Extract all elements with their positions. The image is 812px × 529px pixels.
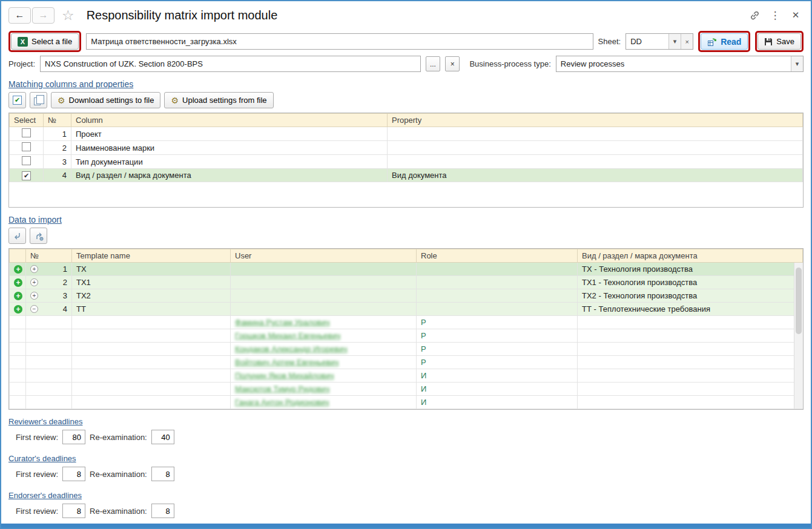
matching-section-title[interactable]: Matching columns and properties [8, 79, 133, 89]
user-row[interactable]: Войтович Артем ЕвгеньевичР [10, 356, 803, 369]
download-settings-button[interactable]: ⚙ Download settings to file [51, 92, 160, 108]
row-checkbox[interactable] [22, 128, 31, 137]
collapse-arrow-icon [13, 231, 22, 241]
titlebar: ← → ☆ Responsibility matrix import modul… [1, 1, 811, 29]
role-cell: И [417, 383, 578, 396]
curator-re-examination-input[interactable] [151, 467, 174, 481]
check-all-button[interactable]: ✔ [8, 92, 26, 108]
forward-button[interactable]: → [32, 7, 54, 24]
endorser-re-examination-input[interactable] [151, 504, 174, 518]
row-checkbox[interactable]: ✔ [22, 171, 31, 180]
user-row[interactable]: Максютов Тимур РидовичИ [10, 383, 803, 396]
copy-button[interactable] [30, 92, 47, 108]
upload-settings-button[interactable]: ⚙ Upload settings from file [164, 92, 273, 108]
bp-type-dropdown-icon[interactable]: ▾ [791, 56, 803, 71]
user-cell: Максютов Тимур Ридович [231, 383, 417, 396]
project-input[interactable] [40, 56, 421, 72]
header-user[interactable]: User [231, 249, 417, 263]
row-number-cell [26, 383, 72, 396]
doc-kind-cell [578, 396, 803, 409]
user-row[interactable]: Полунин Яков МихайловичИ [10, 369, 803, 383]
user-link[interactable]: Полунин Яков Михайлович [235, 371, 334, 380]
select-cell [10, 141, 44, 155]
header-property[interactable]: Property [388, 114, 803, 127]
scrollbar-thumb[interactable] [796, 268, 802, 334]
save-icon [764, 38, 773, 46]
more-menu-icon[interactable]: ⋮ [767, 7, 783, 23]
back-button[interactable]: ← [8, 7, 31, 24]
row-number: 1 [63, 264, 67, 274]
expand-icon[interactable]: + [30, 292, 38, 300]
template-group-row[interactable]: ++1ТХТХ - Технология производства [10, 263, 803, 276]
project-ellipsis-button[interactable]: ... [426, 56, 440, 71]
link-icon[interactable] [747, 7, 762, 23]
save-button[interactable]: Save [758, 33, 801, 50]
excel-icon: X [18, 37, 28, 47]
collapse-icon[interactable]: − [30, 305, 38, 313]
favorite-star-icon[interactable]: ☆ [62, 7, 74, 24]
row-status-cell: + [10, 303, 26, 316]
matching-row[interactable]: 3Тип документации [10, 155, 803, 169]
bp-type-combo[interactable]: Review processes ▾ [556, 56, 804, 72]
expand-icon[interactable]: + [30, 265, 38, 273]
import-table: № Template name User Role Вид / раздел /… [8, 248, 804, 410]
back-arrow-icon: ← [15, 10, 25, 21]
vertical-scrollbar[interactable] [794, 263, 803, 409]
curator-first-review-input[interactable] [62, 467, 85, 481]
app-window: ← → ☆ Responsibility matrix import modul… [0, 0, 812, 529]
header-number[interactable]: № [26, 249, 72, 263]
user-link[interactable]: Фамина Рустам Уралович [235, 318, 329, 327]
user-link[interactable]: Ганага Антон Родионович [235, 398, 329, 407]
role-cell: И [417, 369, 578, 383]
copy-icon [34, 97, 41, 105]
template-name-cell: ТТ [72, 303, 231, 316]
forward-arrow-icon: → [39, 10, 48, 21]
header-template-name[interactable]: Template name [72, 249, 231, 263]
endorser-first-review-input[interactable] [62, 504, 85, 518]
read-button[interactable]: Read [701, 33, 748, 50]
user-link[interactable]: Максютов Тимур Ридович [235, 384, 329, 393]
reviewer-first-review-input[interactable] [62, 430, 85, 444]
header-role[interactable]: Role [417, 249, 578, 263]
expand-all-button[interactable] [30, 228, 47, 244]
upload-settings-gear-icon: ⚙ [171, 96, 179, 105]
matching-row[interactable]: 2Наименование марки [10, 141, 803, 155]
matching-row[interactable]: 1Проект [10, 127, 803, 141]
filename-input[interactable] [86, 33, 593, 50]
reviewer-deadlines-title[interactable]: Reviewer's deadlines [8, 417, 82, 426]
role-cell [417, 276, 578, 289]
user-row[interactable]: Горшков Михаил ЕвгеньевичР [10, 329, 803, 343]
endorser-deadlines-title[interactable]: Endorser's deadlines [8, 491, 82, 500]
row-checkbox[interactable] [22, 142, 31, 151]
sheet-combo[interactable]: DD ▾ × [626, 33, 693, 50]
user-row[interactable]: Кондаков Александр ИгоревичР [10, 343, 803, 356]
project-clear-button[interactable]: × [445, 56, 460, 71]
user-row[interactable]: Фамина Рустам УраловичР [10, 316, 803, 329]
header-doc-kind[interactable]: Вид / раздел / марка документа [578, 249, 803, 263]
user-row[interactable]: Ганага Антон РодионовичИ [10, 396, 803, 409]
header-select[interactable]: Select [10, 114, 44, 127]
collapse-all-button[interactable] [8, 228, 26, 244]
header-column[interactable]: Column [71, 114, 388, 127]
select-file-button[interactable]: X Select a file [11, 33, 79, 50]
row-checkbox[interactable] [22, 156, 31, 165]
reviewer-re-examination-input[interactable] [151, 430, 174, 444]
import-section-title[interactable]: Data to import [8, 215, 62, 225]
matching-row[interactable]: ✔4Вид / раздел / марка документаВид доку… [10, 169, 803, 182]
sheet-dropdown-icon[interactable]: ▾ [668, 34, 681, 49]
row-status-cell: + [10, 263, 26, 276]
curator-deadlines-title[interactable]: Curator's deadlines [8, 454, 76, 463]
user-link[interactable]: Войтович Артем Евгеньевич [235, 358, 338, 367]
first-review-label: First review: [16, 507, 58, 516]
user-link[interactable]: Кондаков Александр Игоревич [235, 344, 347, 353]
sheet-clear-icon[interactable]: × [681, 34, 693, 49]
template-group-row[interactable]: ++3ТХ2ТХ2 - Технология производства [10, 289, 803, 303]
header-number[interactable]: № [44, 114, 71, 127]
close-icon[interactable]: ✕ [788, 7, 804, 23]
expand-icon[interactable]: + [30, 278, 38, 286]
user-link[interactable]: Горшков Михаил Евгеньевич [235, 331, 340, 340]
template-group-row[interactable]: ++2ТХ1ТХ1 - Технология производства [10, 276, 803, 289]
user-cell [231, 276, 417, 289]
template-group-row[interactable]: +−4ТТТТ - Теплотехнические требования [10, 303, 803, 316]
first-review-label: First review: [16, 470, 58, 479]
